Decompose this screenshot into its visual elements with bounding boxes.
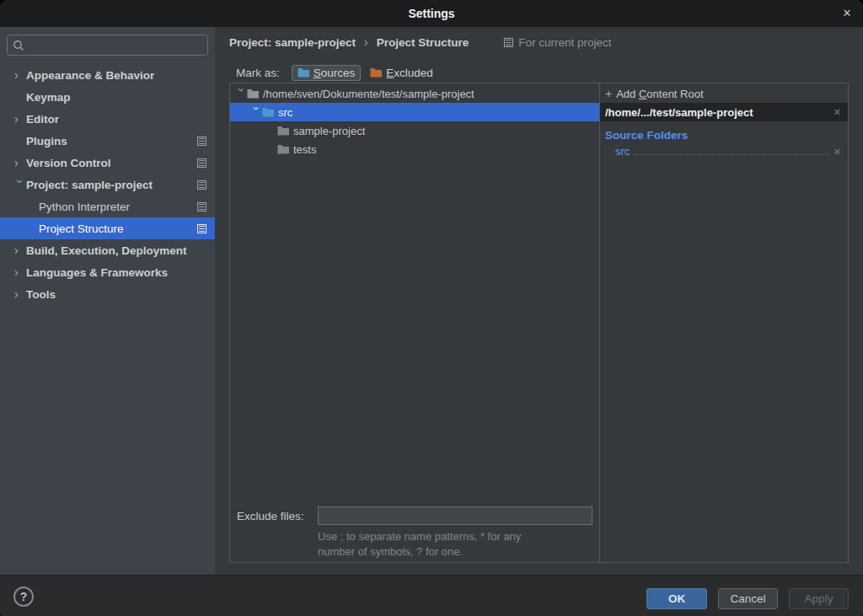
sidebar-item-plugins[interactable]: Plugins — [0, 130, 215, 152]
breadcrumb-separator-icon: › — [364, 35, 368, 49]
source-folder-entry[interactable]: src ✕ — [615, 145, 841, 158]
sidebar-item-label: Keymap — [26, 91, 71, 104]
sidebar-item-project-structure[interactable]: Project Structure — [0, 217, 215, 239]
content-root-path: /home/.../test/sample-project — [605, 106, 834, 119]
exclude-files-input[interactable] — [318, 506, 592, 525]
settings-category-list: › Appearance & Behavior Keymap › Editor … — [0, 64, 215, 305]
mark-as-excluded-button[interactable]: Excluded — [364, 65, 439, 81]
chevron-right-icon[interactable]: › — [14, 288, 26, 300]
mark-as-label: Mark as: — [236, 67, 280, 79]
settings-content: Project: sample-project › Project Struct… — [215, 27, 863, 575]
hint-line-2: number of symbols, ? for one. — [318, 544, 596, 560]
content-root-details: + Add Content Root /home/.../test/sample… — [600, 83, 848, 562]
tree-row-label: /home/sven/Dokumente/test/sample-project — [263, 88, 474, 100]
sidebar-item-version-control[interactable]: › Version Control — [0, 152, 215, 174]
tree-row-src[interactable]: › src — [230, 103, 599, 121]
project-structure-panels: › /home/sven/Dokumente/test/sample-proje… — [229, 83, 849, 563]
mark-as-sources-button[interactable]: Sources — [292, 65, 362, 81]
help-button[interactable]: ? — [13, 587, 34, 607]
sidebar-item-label: Build, Execution, Deployment — [26, 244, 187, 257]
tree-row-sample-project[interactable]: sample-project — [230, 121, 599, 140]
chevron-down-icon[interactable]: › — [235, 88, 248, 99]
sidebar-item-python-interpreter[interactable]: Python Interpreter — [0, 196, 215, 217]
settings-search-box[interactable] — [7, 35, 208, 56]
mark-as-toolbar: Mark as: Sources Excluded — [236, 62, 439, 83]
folder-icon — [247, 88, 259, 99]
exclude-files-row: Exclude files: — [230, 506, 599, 525]
cancel-button[interactable]: Cancel — [718, 588, 778, 609]
sidebar-item-project[interactable]: › Project: sample-project — [0, 174, 215, 196]
sidebar-item-label: Version Control — [26, 157, 111, 169]
tree-row-label: sample-project — [293, 125, 365, 137]
hint-line-1: Use ; to separate name patterns, * for a… — [318, 529, 596, 544]
exclude-files-hint: Use ; to separate name patterns, * for a… — [318, 529, 596, 560]
breadcrumb: Project: sample-project › Project Struct… — [229, 34, 849, 51]
page-title: Project Structure — [377, 36, 469, 49]
sidebar-item-label: Project Structure — [39, 222, 124, 235]
add-content-root-label: Add Content Root — [616, 88, 703, 100]
sidebar-item-label: Python Interpreter — [39, 201, 130, 213]
folder-sources-icon — [297, 67, 309, 78]
exclude-files-label: Exclude files: — [237, 510, 318, 522]
dialog-title: Settings — [408, 7, 454, 20]
excluded-label: Excluded — [386, 67, 433, 79]
chevron-right-icon[interactable]: › — [14, 113, 26, 125]
chevron-right-icon[interactable]: › — [14, 157, 26, 169]
sidebar-item-keymap[interactable]: Keymap — [0, 86, 215, 108]
per-project-settings-icon — [197, 180, 206, 190]
scope-note-label: For current project — [518, 36, 611, 49]
remove-content-root-icon[interactable]: ✕ — [834, 107, 841, 118]
folder-icon — [277, 126, 289, 136]
title-bar: Settings ✕ — [0, 0, 863, 27]
sidebar-item-appearance-behavior[interactable]: › Appearance & Behavior — [0, 64, 215, 86]
sidebar-item-label: Editor — [26, 113, 59, 126]
chevron-down-icon[interactable]: › — [250, 106, 263, 118]
per-project-settings-icon — [197, 224, 206, 233]
tree-row-label: tests — [293, 143, 316, 156]
remove-source-folder-icon[interactable]: ✕ — [834, 147, 841, 158]
content-root-tree: › /home/sven/Dokumente/test/sample-proje… — [230, 83, 600, 562]
sidebar-item-languages-frameworks[interactable]: › Languages & Frameworks — [0, 261, 215, 283]
dialog-footer: ? OK Cancel Apply — [0, 575, 863, 616]
tree-row-tests[interactable]: tests — [230, 140, 599, 158]
source-folder-name: src — [615, 145, 630, 158]
sidebar-item-label: Tools — [26, 288, 56, 301]
settings-sidebar: › Appearance & Behavior Keymap › Editor … — [0, 27, 215, 575]
ok-button[interactable]: OK — [646, 588, 707, 609]
dotted-leader — [633, 154, 828, 155]
search-input[interactable] — [29, 39, 202, 51]
chevron-right-icon[interactable]: › — [14, 244, 26, 256]
per-project-settings-icon — [197, 202, 206, 212]
sources-label: Sources — [314, 67, 356, 79]
chevron-right-icon[interactable]: › — [14, 266, 26, 278]
content-root-entry[interactable]: /home/.../test/sample-project ✕ — [600, 103, 848, 121]
chevron-right-icon[interactable]: › — [14, 69, 26, 81]
sidebar-item-build-execution-deployment[interactable]: › Build, Execution, Deployment — [0, 239, 215, 261]
breadcrumb-project: Project: sample-project — [229, 36, 356, 49]
per-project-settings-icon — [197, 137, 206, 146]
sidebar-item-label: Appearance & Behavior — [26, 69, 154, 82]
folder-source-icon — [262, 107, 274, 117]
scope-note: For current project — [504, 36, 611, 49]
sidebar-item-label: Project: sample-project — [26, 179, 153, 191]
sidebar-item-label: Plugins — [26, 135, 67, 147]
search-icon — [13, 40, 24, 51]
tree-row-label: src — [278, 106, 292, 119]
folder-icon — [277, 144, 289, 154]
sidebar-item-editor[interactable]: › Editor — [0, 108, 215, 130]
per-project-settings-icon — [504, 38, 513, 47]
settings-dialog: Settings ✕ › Appearance & Behavior Keyma… — [0, 0, 863, 616]
add-content-root-button[interactable]: + Add Content Root — [600, 84, 848, 103]
source-folders-heading: Source Folders — [605, 129, 848, 142]
sidebar-item-tools[interactable]: › Tools — [0, 283, 215, 305]
tree-row-content-root[interactable]: › /home/sven/Dokumente/test/sample-proje… — [230, 84, 599, 103]
chevron-down-icon[interactable]: › — [14, 179, 26, 191]
sidebar-item-label: Languages & Frameworks — [26, 266, 168, 279]
apply-button[interactable]: Apply — [789, 588, 849, 609]
close-icon[interactable]: ✕ — [839, 6, 855, 21]
plus-icon: + — [605, 87, 612, 100]
per-project-settings-icon — [197, 158, 206, 168]
folder-excluded-icon — [370, 67, 382, 78]
